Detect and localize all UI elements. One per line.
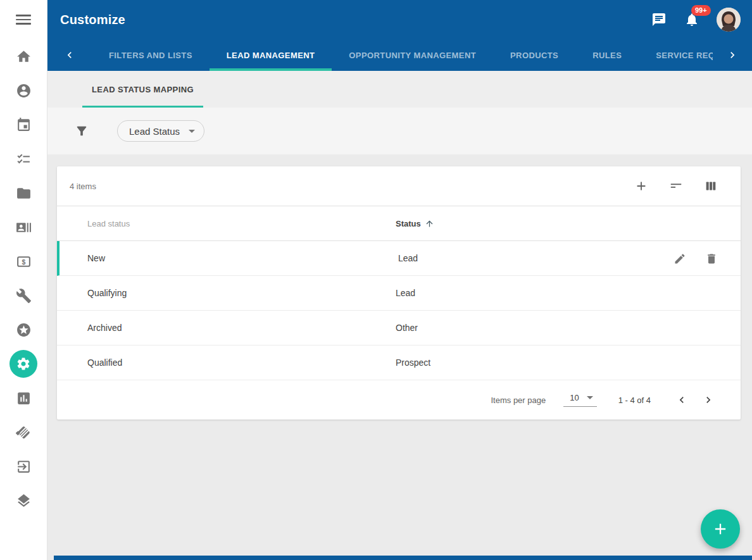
content-area: 4 items Lead status Status New <box>47 154 752 560</box>
svg-text:$: $ <box>22 258 25 265</box>
layers-icon <box>16 493 32 509</box>
sidebar-item-invoices[interactable]: $ <box>0 244 47 278</box>
sidebar-item-achievements[interactable] <box>0 313 47 347</box>
page-range-label: 1 - 4 of 4 <box>618 395 651 405</box>
tab-rules[interactable]: RULES <box>575 39 639 71</box>
gear-icon <box>16 356 31 371</box>
app-header: Customize 99+ <box>47 0 752 71</box>
column-header-lead-status[interactable]: Lead status <box>57 219 396 228</box>
user-avatar[interactable] <box>717 8 741 32</box>
checklist-icon <box>16 151 32 167</box>
tab-filters-and-lists[interactable]: FILTERS AND LISTS <box>92 39 210 71</box>
tabs-scroller: FILTERS AND LISTS LEAD MANAGEMENT OPPORT… <box>92 39 713 71</box>
lead-status-mapping-card: 4 items Lead status Status New <box>57 166 741 420</box>
edit-pencil-button[interactable] <box>674 252 686 265</box>
chat-icon <box>651 12 667 27</box>
subtab-lead-status-mapping[interactable]: LEAD STATUS MAPPING <box>82 71 203 108</box>
sidebar-item-reports[interactable] <box>0 381 47 415</box>
sort-button[interactable] <box>669 179 683 193</box>
app-window: $ <box>0 0 752 560</box>
table-row[interactable]: Qualified Prospect <box>57 345 741 380</box>
items-per-page-label: Items per page <box>491 395 546 405</box>
person-circle-icon <box>16 83 32 99</box>
filter-funnel-icon[interactable] <box>75 124 89 138</box>
hamburger-menu-button[interactable] <box>0 0 47 39</box>
header-actions: 99+ <box>651 8 741 32</box>
table-row[interactable]: Archived Other <box>57 311 741 345</box>
top-tab-bar: FILTERS AND LISTS LEAD MANAGEMENT OPPORT… <box>47 39 752 71</box>
cell-lead-status: Qualifying <box>57 288 396 298</box>
toolbar-actions <box>634 179 718 193</box>
cell-lead-status: New <box>60 253 398 263</box>
sidebar-item-files[interactable] <box>0 176 47 210</box>
page-size-select[interactable]: 10 <box>563 393 596 407</box>
home-icon <box>16 49 32 65</box>
sub-tab-bar: LEAD STATUS MAPPING <box>47 71 752 108</box>
notifications-button[interactable]: 99+ <box>684 11 700 28</box>
calendar-icon <box>16 117 32 133</box>
table-header-row: Lead status Status <box>57 206 741 241</box>
add-item-button[interactable] <box>634 179 648 193</box>
next-page-button[interactable] <box>695 387 722 413</box>
cell-status: Other <box>396 323 741 333</box>
cell-lead-status: Qualified <box>57 358 396 368</box>
columns-button[interactable] <box>704 179 718 193</box>
sidebar-item-account[interactable] <box>0 73 47 108</box>
sidebar-item-tasks[interactable] <box>0 142 47 176</box>
sidebar-item-contacts[interactable] <box>0 210 47 244</box>
column-header-status[interactable]: Status <box>396 219 741 228</box>
cell-status: Lead <box>396 288 741 298</box>
handshake-icon <box>16 425 32 440</box>
page-size-value: 10 <box>570 393 579 402</box>
sidebar-item-deals[interactable] <box>0 415 47 449</box>
filter-bar: Lead Status <box>47 108 752 154</box>
tab-service-request-management[interactable]: SERVICE REQUEST MANAGEMENT <box>639 39 713 71</box>
folder-icon <box>16 185 32 201</box>
hamburger-icon <box>16 12 31 27</box>
main-area: Customize 99+ <box>47 0 752 560</box>
left-sidebar: $ <box>0 0 47 560</box>
dollar-card-icon: $ <box>16 254 32 270</box>
tab-products[interactable]: PRODUCTS <box>493 39 575 71</box>
chevron-down-icon <box>587 396 593 399</box>
bottom-bar-edge <box>54 556 752 560</box>
chevron-left-icon <box>63 49 76 61</box>
pagination-bar: Items per page 10 1 - 4 of 4 <box>57 380 741 420</box>
filter-chip-label: Lead Status <box>129 126 180 137</box>
page-title: Customize <box>60 13 125 27</box>
tab-lead-management[interactable]: LEAD MANAGEMENT <box>210 39 332 71</box>
table-row[interactable]: New Lead <box>57 241 741 276</box>
lead-status-filter-chip[interactable]: Lead Status <box>117 120 204 142</box>
tab-opportunity-management[interactable]: OPPORTUNITY MANAGEMENT <box>332 39 493 71</box>
row-actions <box>674 241 718 276</box>
avatar-image <box>717 8 741 32</box>
bar-chart-icon <box>16 390 32 406</box>
contact-card-icon <box>16 220 32 235</box>
sidebar-nav: $ <box>0 39 47 518</box>
table-row[interactable]: Qualifying Lead <box>57 276 741 311</box>
previous-page-button[interactable] <box>668 387 695 413</box>
sidebar-item-login[interactable] <box>0 449 47 483</box>
add-fab-button[interactable] <box>701 509 740 549</box>
items-count: 4 items <box>70 182 96 191</box>
active-indicator-circle <box>9 350 37 378</box>
sidebar-item-collections[interactable] <box>0 483 47 518</box>
plus-icon <box>711 520 729 538</box>
tabs-scroll-right-button[interactable] <box>713 39 752 71</box>
sidebar-item-settings-active[interactable] <box>0 347 47 381</box>
sidebar-item-calendar[interactable] <box>0 108 47 142</box>
sign-in-icon <box>16 459 32 475</box>
card-toolbar: 4 items <box>57 166 741 206</box>
messages-button[interactable] <box>651 11 667 28</box>
cell-status: Prospect <box>396 358 741 368</box>
tabs-scroll-left-button[interactable] <box>47 39 92 71</box>
cell-lead-status: Archived <box>57 323 396 333</box>
star-circle-icon <box>16 322 32 338</box>
chevron-down-icon <box>189 130 195 133</box>
sidebar-item-tools[interactable] <box>0 278 47 313</box>
sort-asc-arrow-icon <box>425 219 434 228</box>
sidebar-item-home[interactable] <box>0 39 47 73</box>
delete-trash-button[interactable] <box>705 252 718 265</box>
chevron-right-icon <box>702 394 715 406</box>
chevron-right-icon <box>726 49 739 61</box>
